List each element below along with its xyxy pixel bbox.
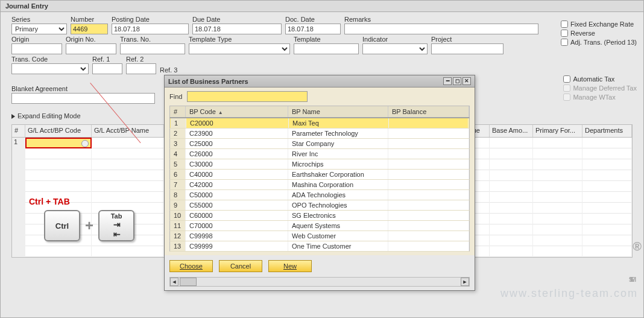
deferred-tax-check: Manage Deferred Tax [563,84,637,92]
bp-row-balance [388,200,469,210]
template-label: Template [294,36,359,43]
doc-date-input[interactable]: 18.07.18 [285,24,341,34]
bp-row[interactable]: 7C42000Mashina Corporation [169,180,470,190]
bp-header: # BP Code BP Name BP Balance [169,106,470,118]
scroll-right-icon[interactable]: ► [461,278,469,286]
dialog-scrollbar[interactable]: ◄ ► [169,277,470,287]
maximize-icon[interactable]: ◻ [453,77,461,85]
bp-row-balance [388,231,469,241]
bp-row-code: C99998 [186,231,288,241]
ref2-input[interactable] [126,63,156,74]
automatic-tax-check[interactable]: Automatic Tax [563,75,637,83]
project-input[interactable] [431,43,504,54]
bp-row-name: Earthshaker Corporation [288,170,388,179]
fixed-exchange-check[interactable]: Fixed Exchange Rate [561,21,637,28]
bp-row[interactable]: 9C55000OPO Technologies [169,200,470,211]
col-baseamo[interactable]: Base Amo... [490,125,533,137]
glname-cell[interactable] [92,138,164,148]
due-date-input[interactable]: 18.07.18 [192,24,282,34]
dialog-title: List of Business Partners [168,78,248,85]
bp-row-name: SG Electronics [288,211,388,220]
trans-no-input[interactable] [120,43,185,54]
ref2-label: Ref. 2 [126,56,156,63]
trans-code-select[interactable] [11,63,89,74]
bp-col-name[interactable]: BP Name [288,106,388,117]
bp-row-num: 4 [170,149,186,159]
bp-row-num: 2 [170,129,186,138]
bp-row-code: C99999 [186,241,288,251]
bp-row-balance [388,149,469,159]
bp-row-balance [388,129,469,138]
picker-icon[interactable] [81,140,89,147]
minimize-icon[interactable]: ━ [443,77,452,85]
bp-row[interactable]: 11C70000Aquent Systems [169,221,470,231]
bp-row[interactable]: 2C23900Parameter Technology [169,129,470,139]
bp-row-name: Web Customer [288,231,388,241]
col-num[interactable]: # [12,125,25,137]
bp-col-balance[interactable]: BP Balance [388,106,469,117]
scroll-left-icon[interactable]: ◄ [170,278,178,286]
bp-row[interactable]: 5C30000Microchips [169,159,470,170]
bp-row-code: C40000 [186,170,288,179]
origin-input[interactable] [11,43,62,54]
posting-date-label: Posting Date [112,16,189,23]
bp-row[interactable]: 6C40000Earthshaker Corporation [169,170,470,180]
template-type-select[interactable] [189,43,290,54]
reverse-check[interactable]: Reverse [561,30,637,37]
number-input[interactable]: 4469 [71,24,108,34]
bp-row-balance [388,211,469,220]
scroll-thumb[interactable] [180,278,197,286]
bp-row[interactable]: 8C50000ADA Technologies [169,190,470,200]
remarks-label: Remarks [344,16,538,23]
bp-row-num: 10 [170,211,186,220]
bp-row[interactable]: 1C20000Maxi Teq [169,118,470,129]
remarks-input[interactable] [344,24,538,34]
right-options-2: Automatic Tax Manage Deferred Tax Manage… [563,75,637,102]
col-glcode[interactable]: G/L Acct/BP Code [25,125,92,137]
bp-row[interactable]: 10C60000SG Electronics [169,211,470,221]
trans-code-label: Trans. Code [11,56,89,63]
indicator-select[interactable] [362,43,428,54]
choose-button[interactable]: Choose [169,260,213,272]
bp-row-code: C60000 [186,211,288,220]
glcode-cell[interactable] [25,138,92,148]
col-glname[interactable]: G/L Acct/BP Name [92,125,164,137]
bp-row-balance [388,190,469,200]
bp-row-code: C23900 [186,129,288,138]
bp-row[interactable]: 13C99999One Time Customer [169,241,470,252]
bp-row-name: Parameter Technology [288,129,388,138]
adj-trans-check[interactable]: Adj. Trans. (Period 13) [561,39,637,46]
new-button[interactable]: New [268,260,312,272]
col-dept[interactable]: Departments [582,125,632,137]
project-label: Project [431,36,504,43]
cancel-button[interactable]: Cancel [219,260,262,272]
bp-row-num: 11 [170,221,186,231]
series-select[interactable]: Primary [11,24,67,34]
bp-row[interactable]: 4C26000River Inc [169,149,470,159]
ref1-input[interactable] [92,63,122,74]
close-icon[interactable]: ✕ [462,77,471,85]
bp-row-num: 1 [171,118,186,128]
posting-date-input[interactable]: 18.07.18 [112,24,189,34]
origin-label: Origin [11,36,62,43]
bp-row-name: Microchips [288,159,388,169]
dialog-titlebar[interactable]: List of Business Partners ━ ◻ ✕ [165,75,475,87]
bp-row[interactable]: 12C99998Web Customer [169,231,470,241]
bp-row-name: ADA Technologies [288,190,388,200]
expand-label: Expand Editing Mode [17,112,81,119]
template-type-label: Template Type [189,36,290,43]
blanket-input[interactable] [11,93,155,104]
bp-row-code: C30000 [186,159,288,169]
bp-row[interactable]: 3C25000Star Company [169,139,470,149]
template-input[interactable] [294,43,359,54]
bp-col-num[interactable]: # [170,106,186,117]
origin-no-input[interactable] [66,43,116,54]
indicator-label: Indicator [362,36,428,43]
bp-row-num: 5 [170,159,186,169]
bp-col-code[interactable]: BP Code [186,106,288,117]
bp-row-num: 12 [170,231,186,241]
hint-text: Ctrl + TAB [29,197,134,206]
bp-row-name: One Time Customer [288,241,388,251]
col-primary[interactable]: Primary For... [533,125,582,137]
find-input[interactable] [187,91,308,102]
